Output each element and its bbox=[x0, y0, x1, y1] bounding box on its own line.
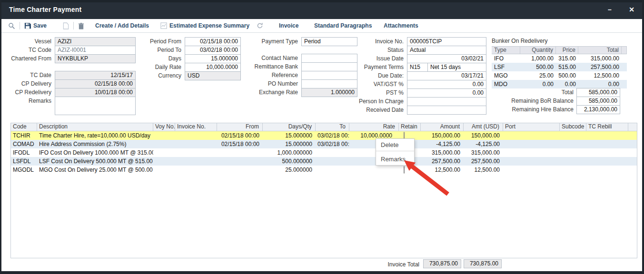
cp-redelivery-label: CP Redelivery bbox=[6, 88, 55, 97]
daily-rate-field[interactable]: 10,000.0000 bbox=[185, 63, 241, 72]
period-to-field[interactable]: 03/02/18 00:00 bbox=[185, 46, 241, 55]
invoice-no-field[interactable]: 000005TCIP bbox=[407, 37, 486, 46]
retain-checkbox[interactable] bbox=[404, 166, 405, 174]
payment-terms-label: Payment Terms bbox=[357, 63, 407, 72]
close-button[interactable]: ✕ bbox=[626, 5, 637, 14]
cell-tc-rebill bbox=[586, 140, 628, 148]
tc-code-field[interactable]: AZIZ-I0001 bbox=[55, 46, 136, 55]
attachments-button[interactable]: Attachments bbox=[384, 19, 418, 32]
pst-label: PST % bbox=[357, 88, 407, 98]
cell-amt-usd: -4,125.00 bbox=[464, 140, 503, 148]
search-icon-glyph bbox=[8, 22, 15, 29]
table-row-comad[interactable]: COMAD Hire Address Commission (2.75%) 02… bbox=[11, 140, 637, 148]
col-header-port[interactable]: Port bbox=[503, 123, 560, 131]
cell-invoice bbox=[175, 148, 217, 157]
context-menu-item-remarks[interactable]: Remarks bbox=[376, 151, 414, 165]
chartered-from-field[interactable]: NYKBULKP bbox=[55, 54, 136, 63]
cell-code: TCHIR bbox=[11, 131, 37, 140]
col-header-from[interactable]: From bbox=[217, 123, 263, 131]
bunker-cell: IFO bbox=[492, 54, 520, 63]
person-in-charge-field[interactable] bbox=[407, 97, 486, 106]
remarks-field[interactable] bbox=[55, 97, 136, 115]
remittance-bank-field[interactable] bbox=[301, 62, 357, 71]
table-row-mgodl[interactable]: MGODL MGO Cost On Delivery 25.000 MT @ 5… bbox=[11, 166, 637, 174]
days-field[interactable]: 15.000000 bbox=[185, 54, 241, 63]
remarks-label: Remarks bbox=[6, 97, 55, 106]
col-header-days-qty[interactable]: Days/Qty bbox=[263, 123, 316, 131]
due-date-field[interactable]: 03/17/21 bbox=[407, 71, 486, 80]
payment-terms-code-field[interactable]: N15 bbox=[407, 63, 428, 72]
table-row-lsfdl[interactable]: LSFDL LSF Cost On Delivery 500.000 MT @ … bbox=[11, 157, 637, 166]
col-header-code[interactable]: Code bbox=[11, 123, 37, 131]
cell-port bbox=[503, 140, 560, 148]
cell-tc-rebill bbox=[586, 131, 628, 140]
contact-name-field[interactable] bbox=[301, 54, 357, 63]
cell-subcode bbox=[560, 131, 586, 140]
col-header-rate[interactable]: Rate bbox=[349, 123, 399, 131]
cell-amount: 150,000.00 bbox=[421, 131, 464, 140]
col-header-description[interactable]: Description bbox=[37, 123, 153, 131]
payment-type-field[interactable]: Period bbox=[301, 37, 357, 46]
cell-invoice bbox=[175, 131, 217, 140]
period-group: Period From02/15/18 00:00 Period To03/02… bbox=[143, 37, 241, 80]
col-header-subcode[interactable]: Subcode bbox=[560, 123, 586, 131]
context-menu-item-delete[interactable]: Delete bbox=[376, 139, 414, 151]
estimated-expense-summary-button[interactable]: Estimated Expense Summary bbox=[160, 19, 249, 32]
cell-description: IFO Cost On Delivery 1000.000 MT @ 315.0… bbox=[37, 148, 153, 157]
reference-field[interactable] bbox=[301, 71, 357, 80]
delete-button[interactable] bbox=[78, 19, 84, 32]
vat-gst-field[interactable]: 0.00 bbox=[407, 80, 486, 89]
save-button[interactable]: Save bbox=[24, 19, 47, 32]
table-row-ifodl[interactable]: IFODL IFO Cost On Delivery 1000.000 MT @… bbox=[11, 148, 637, 157]
bunker-cell: 500.00 bbox=[520, 63, 556, 71]
cell-qty: 500.000000 bbox=[263, 157, 316, 166]
bunker-cell: MGO bbox=[492, 71, 520, 80]
vessel-field[interactable]: AZIZI bbox=[55, 37, 136, 46]
bunker-cell: 0.00 bbox=[556, 80, 578, 88]
bunker-cell: LSF bbox=[492, 63, 520, 71]
table-row-tchir[interactable]: TCHIR Time Charter Hire, rate=10,000.00 … bbox=[11, 131, 637, 140]
cell-code: LSFDL bbox=[11, 157, 37, 166]
cell-invoice bbox=[175, 166, 217, 174]
bunker-header-row: Type Quantity Price Total bbox=[492, 46, 627, 54]
col-header-to[interactable]: To bbox=[316, 123, 349, 131]
po-number-field[interactable] bbox=[301, 79, 357, 88]
copy-page-icon[interactable] bbox=[63, 19, 69, 32]
exchange-rate-field[interactable]: 1.000000 bbox=[301, 88, 357, 97]
col-header-retain[interactable]: Retain bbox=[399, 123, 421, 131]
received-date-field[interactable] bbox=[407, 106, 486, 115]
standard-paragraphs-button[interactable]: Standard Paragraphs bbox=[314, 19, 372, 32]
vessel-label: Vessel bbox=[6, 37, 55, 46]
trash-icon bbox=[78, 22, 84, 29]
search-icon[interactable] bbox=[8, 19, 15, 32]
col-header-amt-usd[interactable]: Amt (USD) bbox=[464, 123, 503, 131]
status-field[interactable]: Actual bbox=[407, 46, 486, 55]
tc-date-field[interactable]: 12/15/17 bbox=[55, 71, 136, 80]
payment-terms-desc-field[interactable]: Net 15 days bbox=[427, 63, 486, 72]
currency-field[interactable]: USD bbox=[185, 71, 241, 80]
status-label: Status bbox=[357, 46, 407, 55]
minimize-button[interactable]: – bbox=[604, 5, 615, 14]
pst-field[interactable]: 0.00 bbox=[407, 88, 486, 98]
line-items-grid: Code Description Voy No. Invoice No. Fro… bbox=[10, 123, 637, 258]
issue-date-field[interactable]: 03/02/21 bbox=[407, 54, 486, 63]
invoice-total-label: Invoice Total bbox=[359, 260, 419, 269]
remaining-bor-balance-value: 585,000.00 bbox=[576, 97, 620, 106]
cell-description: Time Charter Hire, rate=10,000.00 USD/da… bbox=[37, 131, 153, 140]
bunker-cell: 257,500.00 bbox=[578, 63, 622, 71]
create-add-details-button[interactable]: Create / Add Details bbox=[95, 19, 149, 32]
cp-delivery-field[interactable]: 02/15/18 00:00 bbox=[55, 79, 136, 88]
cp-redelivery-field[interactable]: 10/01/18 00:00 bbox=[55, 88, 136, 97]
cell-tc-rebill bbox=[586, 166, 628, 174]
cell-amt-usd: 12,500.00 bbox=[464, 166, 503, 174]
col-header-amount[interactable]: Amount bbox=[421, 123, 464, 131]
invoice-button[interactable]: Invoice bbox=[279, 19, 298, 32]
refresh-icon[interactable] bbox=[257, 19, 263, 32]
remaining-hire-balance-label: Remaining Hire Balance bbox=[492, 105, 576, 114]
col-header-tc-rebill[interactable]: TC Rebill bbox=[586, 123, 628, 131]
period-from-field[interactable]: 02/15/18 00:00 bbox=[185, 37, 241, 46]
col-header-voy-no[interactable]: Voy No. bbox=[153, 123, 175, 131]
content-area: VesselAZIZI TC CodeAZIZ-I0001 Chartered … bbox=[1, 33, 642, 271]
days-label: Days bbox=[143, 54, 185, 63]
col-header-invoice-no[interactable]: Invoice No. bbox=[175, 123, 217, 131]
